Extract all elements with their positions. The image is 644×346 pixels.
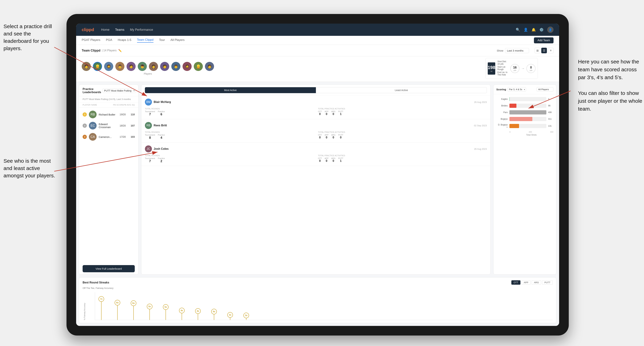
least-active-button[interactable]: Least Active: [316, 87, 487, 93]
people-icon[interactable]: 👤: [524, 28, 528, 32]
total-practice-group-1: Total Practice Activities OTT 0 APP 0: [318, 108, 487, 116]
players-row: 🧑 👱 🧔 👨 🧑 👦 👩 🧑 👨 🧔 👱 🧑 Players: [76, 56, 559, 82]
hole-end-label: yds: [530, 69, 532, 71]
streak-dot-5x-2: 5x: [163, 304, 168, 320]
best-round-streaks-section: Best Round Streaks OTT APP ARG PUTT Off …: [79, 277, 556, 323]
filter-app[interactable]: APP: [522, 280, 530, 285]
streak-bubble-6x-2[interactable]: 6x: [131, 300, 136, 306]
sub-nav-pgat[interactable]: PGAT Players: [82, 38, 100, 42]
filter-pills: OTT APP ARG PUTT: [511, 280, 553, 285]
streak-bubble-7x-1[interactable]: 7x: [98, 296, 104, 302]
x-axis-200: 200: [529, 131, 532, 133]
annotation-bottom-left: See who is the most and least active amo…: [4, 157, 58, 179]
tournament-label-1: Tournament: [145, 110, 155, 113]
shot-number: 198: [488, 65, 495, 70]
activity-date-1: 26 Aug 2023: [474, 101, 487, 103]
grid-view-button[interactable]: ⊞: [534, 48, 540, 53]
bar-label-birdies: Birdies: [496, 105, 508, 107]
list-item: JC Josh Coles 26 Aug 2023 Total Rounds T…: [142, 143, 490, 166]
all-players-select[interactable]: All Players: [536, 87, 553, 92]
table-row[interactable]: 3 CA Cameron... 17/20 103: [79, 131, 138, 142]
sub-nav-pga[interactable]: PGA: [106, 38, 112, 42]
streak-bubble-4x-3[interactable]: 4x: [211, 309, 217, 314]
scoring-title: Scoring: [496, 88, 506, 91]
player-lb-avatar-2: EC: [89, 122, 96, 130]
streak-dot-6x-1: 6x: [114, 300, 120, 320]
streak-bubble-3x-1[interactable]: 3x: [227, 312, 233, 318]
x-axis-0: 0: [510, 131, 510, 133]
chart-row-dbogeys: D. Bogeys + 131: [496, 124, 553, 128]
col-pb-score: PB SCORE: [113, 104, 124, 106]
leaderboard-subtitle: PUTT Must Make Putting (3-6 ft), Last 3 …: [79, 96, 138, 102]
most-active-button[interactable]: Most Active: [145, 87, 316, 93]
filter-putt[interactable]: PUTT: [542, 280, 553, 285]
practice-stats-row-1: OTT 0 APP 0 ARG 0: [318, 110, 487, 116]
nav-my-performance[interactable]: My Performance: [130, 28, 153, 32]
total-rounds-label-2: Total Rounds: [145, 131, 314, 133]
bar-wrap-pars: [510, 110, 546, 114]
filter-ott[interactable]: OTT: [511, 280, 520, 285]
player-avatar-3[interactable]: 🧔: [104, 62, 113, 71]
bar-label-dbogeys: D. Bogeys +: [496, 124, 508, 128]
shot-label: sc: [490, 70, 492, 72]
streak-bubble-4x-1[interactable]: 4x: [179, 308, 184, 313]
player-avatar-5[interactable]: 🧑: [126, 62, 136, 71]
bar-wrap-birdies: [510, 104, 546, 108]
add-team-button[interactable]: Add Team: [534, 37, 554, 43]
detail-view-button[interactable]: ≡: [548, 48, 554, 53]
hole-start-yds: 16: [513, 66, 516, 69]
streak-bubble-5x-2[interactable]: 5x: [163, 304, 168, 310]
player-avatar-1[interactable]: 🧑: [82, 62, 91, 71]
player-avatar-11[interactable]: 👱: [194, 62, 203, 71]
player-avatar-8[interactable]: 🧑: [160, 62, 169, 71]
drill-detail: PUTT Must Make Putting (3-6 ft), Last 3 …: [82, 98, 131, 100]
sub-nav-hcaps[interactable]: Hcaps 1-5: [118, 38, 131, 42]
streak-dot-3x-1: 3x: [227, 312, 233, 320]
arg-stat-1: ARG 0: [331, 110, 336, 116]
practice-val-1: 6: [158, 113, 165, 116]
nav-teams[interactable]: Teams: [115, 28, 124, 32]
player-avatar-10[interactable]: 🧔: [182, 62, 192, 71]
player-avatar-12[interactable]: 🧑: [205, 62, 214, 71]
streak-bubble-4x-2[interactable]: 4x: [195, 308, 201, 314]
streak-bubble-3x-2[interactable]: 3x: [244, 313, 249, 318]
player-avatar-4[interactable]: 👨: [115, 62, 124, 71]
drill-select[interactable]: PUTT Must Make Putting: [102, 88, 136, 93]
list-view-button[interactable]: ☰: [541, 48, 547, 53]
player-avatar-9[interactable]: 👨: [171, 62, 180, 71]
hole-start: 16 yds: [510, 64, 520, 73]
list-item: BM Blair McHarg 26 Aug 2023 Total Rounds…: [142, 96, 490, 119]
sub-nav-team-clippd[interactable]: Team Clippd: [137, 38, 154, 43]
hero-info: Shot Dist: 16 yds Start Lie: Rough End L…: [497, 60, 508, 77]
sub-nav-all-players[interactable]: All Players: [170, 38, 184, 42]
streaks-header: Best Round Streaks OTT APP ARG PUTT: [82, 280, 553, 285]
rank-badge-3: 3: [82, 135, 87, 139]
activity-date-3: 26 Aug 2023: [474, 148, 487, 150]
activity-player-header-3: JC Josh Coles 26 Aug 2023: [145, 145, 487, 152]
streak-bubble-6x-1[interactable]: 6x: [114, 300, 120, 306]
par-filter-select[interactable]: Par 3, 4 & 5s: [508, 87, 526, 92]
search-icon[interactable]: 🔍: [516, 28, 520, 32]
player-avatar-7[interactable]: 👩: [149, 62, 158, 71]
table-row[interactable]: 1 RB Richard Butler 19/20 110: [79, 109, 138, 120]
show-period-select[interactable]: Last 3 months Last 6 months Last year: [505, 48, 529, 53]
bar-label-eagles: Eagles: [496, 98, 508, 100]
nav-home[interactable]: Home: [101, 28, 110, 32]
players-label: Players: [144, 72, 152, 75]
view-icons: ⊞ ☰ ≡: [534, 48, 554, 53]
bar-wrap-bogeys: [510, 117, 546, 121]
practice-stat-1: Practice 6: [158, 110, 165, 116]
player-avatar-2[interactable]: 👱: [93, 62, 102, 71]
bell-icon[interactable]: 🔔: [532, 28, 536, 32]
streak-bubble-5x-1[interactable]: 5x: [147, 304, 152, 309]
player-avatar-6[interactable]: 👦: [138, 62, 147, 71]
edit-icon[interactable]: ✏️: [118, 49, 122, 52]
main-content: Team Clippd | 14 Players ✏️ Show Last 3 …: [76, 45, 559, 326]
team-header: Team Clippd | 14 Players ✏️ Show Last 3 …: [76, 45, 559, 56]
sub-nav-tour[interactable]: Tour: [159, 38, 165, 42]
table-row[interactable]: 2 EC Edward Crossman 18/20 107: [79, 120, 138, 131]
filter-arg[interactable]: ARG: [532, 280, 541, 285]
user-avatar[interactable]: 👤: [547, 26, 554, 33]
view-full-leaderboard-button[interactable]: View Full Leaderboard: [82, 265, 135, 272]
settings-icon[interactable]: ⚙️: [539, 28, 544, 32]
